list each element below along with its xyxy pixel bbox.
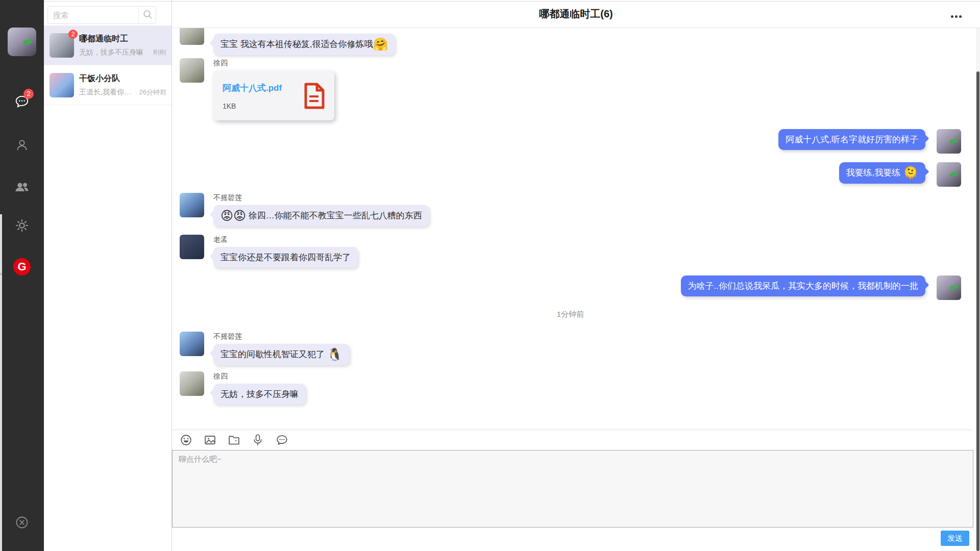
window-top-border [44, 1, 980, 2]
more-options-icon[interactable] [949, 13, 964, 20]
file-size: 1KB [223, 102, 282, 110]
sender-name: 不摇碧莲 [213, 193, 429, 202]
file-message-card[interactable]: 阿威十八式.pdf1KB [213, 70, 334, 120]
message-bubble[interactable]: 我要练,我要练 🫠 [839, 162, 925, 184]
conversation-preview: 无妨，技多不压身嘛 [79, 48, 150, 57]
conversation-list-item[interactable]: 干饭小分队王道长,我看你才…26分钟前 [44, 65, 172, 105]
sidebar-item-groups[interactable] [0, 180, 44, 196]
collapsed-panel-edge [0, 214, 2, 551]
message-row: 徐四无妨，技多不压身嘛 [180, 371, 961, 405]
message-bubble[interactable]: 无妨，技多不压身嘛 [213, 384, 306, 405]
conversation-time: 刚刚 [153, 48, 166, 57]
file-name[interactable]: 阿威十八式.pdf [223, 82, 282, 94]
sidebar-item-settings[interactable] [0, 218, 44, 235]
emoji: 😡 [233, 209, 246, 223]
message-row: 徐四阿威十八式.pdf1KB [180, 58, 961, 120]
conversation-avatar[interactable] [50, 73, 74, 97]
sender-name: 老孟 [213, 235, 358, 244]
gear-icon [15, 218, 29, 235]
emoji: 🫠 [903, 166, 918, 180]
profile-avatar[interactable] [8, 28, 36, 56]
sender-name: 徐四 [213, 371, 306, 381]
conversation-time: 26分钟前 [139, 88, 166, 97]
conversation-preview: 王道长,我看你才… [79, 88, 136, 97]
message-bubble[interactable]: 宝宝你还是不要跟着你四哥乱学了 [213, 247, 358, 268]
avatar-self[interactable] [937, 162, 961, 187]
message-row: 不摇碧莲😡😡 徐四…你能不能不教宝宝一些乱七八糟的东西 [180, 193, 961, 227]
sidebar-item-contacts[interactable] [0, 138, 44, 154]
emoji: 😡 [220, 209, 233, 223]
send-button[interactable]: 发送 [941, 531, 969, 546]
people-icon [14, 180, 30, 196]
emoji: 🤗 [373, 37, 388, 52]
circle-x-icon [15, 515, 29, 532]
conversation-texts: 哪都通临时工无妨，技多不压身嘛刚刚 [79, 34, 166, 57]
message-bubble[interactable]: 宝宝 我这有本祖传秘笈,很适合你修炼哦🤗 [213, 34, 395, 55]
message-input-panel [172, 450, 973, 528]
search-icon [142, 9, 153, 22]
g-logo-icon: G [13, 258, 31, 276]
file-info: 阿威十八式.pdf1KB [223, 82, 282, 110]
message-list: 宝宝 我这有本祖传秘笈,很适合你修炼哦🤗徐四阿威十八式.pdf1KB阿威十八式,… [172, 28, 971, 430]
image-icon[interactable] [203, 433, 217, 447]
chats-unread-badge: 2 [23, 89, 34, 99]
message-bubble[interactable]: 为啥子..你们总说我呆瓜，其实大多的时候，我都机制的一批 [681, 276, 925, 296]
message-row: 老孟宝宝你还是不要跟着你四哥乱学了 [180, 235, 961, 268]
sidebar-item-chats[interactable] [0, 94, 44, 111]
avatar-xusi[interactable] [180, 371, 204, 396]
avatar-self[interactable] [937, 129, 961, 154]
person-icon [15, 138, 29, 154]
avatar-xusi[interactable] [180, 28, 204, 45]
message-row: 为啥子..你们总说我呆瓜，其实大多的时候，我都机制的一批 [180, 276, 961, 300]
unread-badge: 2 [68, 30, 78, 39]
emoji: 🐧 [327, 347, 342, 362]
sender-name: 不摇碧莲 [213, 332, 350, 341]
time-divider: 1分钟前 [180, 310, 961, 319]
conversation-texts: 干饭小分队王道长,我看你才…26分钟前 [79, 73, 166, 97]
sidebar-item-close[interactable] [0, 515, 44, 532]
sender-name: 徐四 [213, 58, 334, 67]
conversation-list-panel: 2哪都通临时工无妨，技多不压身嘛刚刚干饭小分队王道长,我看你才…26分钟前 [44, 0, 172, 551]
conversation-avatar[interactable]: 2 [50, 33, 74, 58]
chat-title: 哪都通临时工(6) [539, 7, 612, 21]
chat-record-icon[interactable] [275, 433, 289, 447]
scrollbar-thumb[interactable] [976, 71, 979, 551]
avatar-self[interactable] [937, 276, 961, 300]
message-row: 我要练,我要练 🫠 [180, 162, 961, 187]
emoji-icon[interactable] [179, 433, 193, 447]
send-row: 发送 [172, 528, 973, 551]
composer-toolbar [172, 430, 973, 450]
search-box [47, 6, 156, 24]
chat-header: 哪都通临时工(6) [172, 0, 980, 28]
pdf-file-icon [303, 83, 325, 109]
icon-sidebar: 2 [0, 0, 44, 551]
message-bubble[interactable]: 😡😡 徐四…你能不能不教宝宝一些乱七八糟的东西 [213, 205, 429, 227]
conversation-name: 干饭小分队 [79, 73, 166, 84]
search-input[interactable] [48, 11, 138, 19]
message-input[interactable] [173, 450, 973, 527]
message-row: 不摇碧莲宝宝的间歇性机智证又犯了 🐧 [180, 332, 961, 365]
search-button[interactable] [138, 7, 156, 23]
avatar-laomeng[interactable] [180, 235, 204, 259]
message-bubble[interactable]: 阿威十八式,听名字就好厉害的样子 [778, 129, 925, 150]
message-row: 宝宝 我这有本祖传秘笈,很适合你修炼哦🤗 [180, 34, 961, 55]
folder-icon[interactable] [227, 433, 241, 447]
conversation-name: 哪都通临时工 [79, 34, 166, 44]
microphone-icon[interactable] [251, 433, 265, 447]
message-bubble[interactable]: 宝宝的间歇性机智证又犯了 🐧 [213, 344, 350, 365]
chat-panel: 哪都通临时工(6) 宝宝 我这有本祖传秘笈,很适合你修炼哦🤗徐四阿威十八式.pd… [172, 0, 980, 551]
message-row: 阿威十八式,听名字就好厉害的样子 [180, 129, 961, 154]
conversation-list-item[interactable]: 2哪都通临时工无妨，技多不压身嘛刚刚 [44, 26, 172, 65]
conversation-items: 2哪都通临时工无妨，技多不压身嘛刚刚干饭小分队王道长,我看你才…26分钟前 [44, 26, 172, 105]
scrollbar-track[interactable] [976, 28, 980, 551]
avatar-buyaobilian[interactable] [180, 332, 204, 356]
avatar-xusi[interactable] [180, 58, 204, 83]
avatar-buyaobilian[interactable] [180, 193, 204, 217]
app-window: › 2 [0, 0, 980, 551]
panel-expand-arrow[interactable]: › [0, 269, 4, 278]
sidebar-item-app-logo[interactable]: G [0, 258, 44, 276]
